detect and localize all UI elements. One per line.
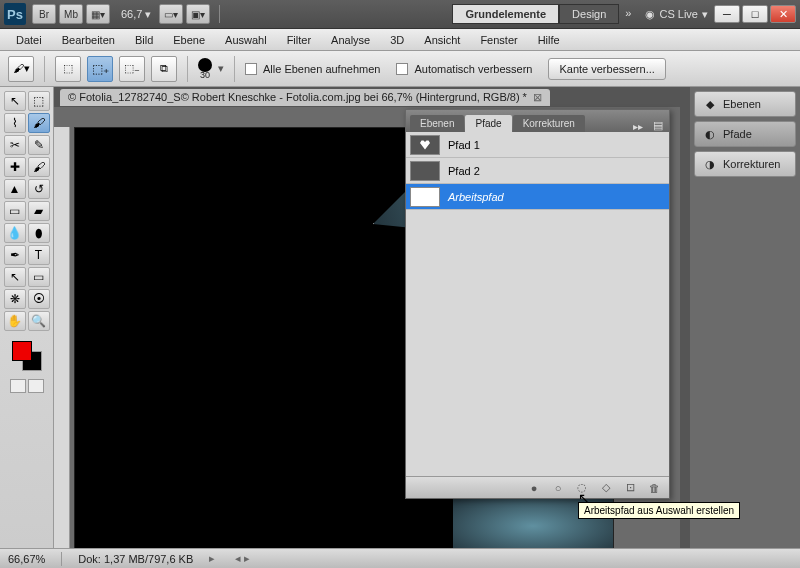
selection-add-button[interactable]: ⬚₊ bbox=[87, 56, 113, 82]
type-tool[interactable]: T bbox=[28, 245, 50, 265]
shape-tool[interactable]: ▭ bbox=[28, 267, 50, 287]
panel-button-ebenen[interactable]: ◆ Ebenen bbox=[694, 91, 796, 117]
zoom-tool[interactable]: 🔍 bbox=[28, 311, 50, 331]
selection-subtract-button[interactable]: ⬚₋ bbox=[119, 56, 145, 82]
tooltip: Arbeitspfad aus Auswahl erstellen bbox=[578, 502, 740, 519]
marquee-tool[interactable]: ⬚ bbox=[28, 91, 50, 111]
brush-tool[interactable]: 🖌 bbox=[28, 157, 50, 177]
view-extras-button[interactable]: ▦▾ bbox=[86, 4, 110, 24]
new-path-button[interactable]: ⊡ bbox=[623, 481, 637, 495]
adjustments-icon: ◑ bbox=[703, 157, 717, 171]
hand-tool[interactable]: ✋ bbox=[4, 311, 26, 331]
document-tab[interactable]: © Fotolia_12782740_S© Robert Kneschke - … bbox=[60, 89, 550, 106]
menu-filter[interactable]: Filter bbox=[277, 31, 321, 49]
zoom-value[interactable]: 66,7 bbox=[121, 8, 142, 20]
layers-icon: ◆ bbox=[703, 97, 717, 111]
eyedropper-tool[interactable]: ✎ bbox=[28, 135, 50, 155]
path-thumb bbox=[410, 135, 440, 155]
path-item[interactable]: Pfad 1 bbox=[406, 132, 669, 158]
selection-new-button[interactable]: ⬚ bbox=[55, 56, 81, 82]
panel-dock-collapsed[interactable] bbox=[680, 87, 690, 548]
edit-mode-standard[interactable] bbox=[10, 379, 26, 393]
close-tab-icon[interactable]: ⊠ bbox=[533, 91, 542, 104]
menu-analyse[interactable]: Analyse bbox=[321, 31, 380, 49]
move-tool[interactable]: ↖ bbox=[4, 91, 26, 111]
menu-ebene[interactable]: Ebene bbox=[163, 31, 215, 49]
path-thumb bbox=[410, 161, 440, 181]
healing-tool[interactable]: ✚ bbox=[4, 157, 26, 177]
minibridge-button[interactable]: Mb bbox=[59, 4, 83, 24]
history-brush-tool[interactable]: ↺ bbox=[28, 179, 50, 199]
stamp-tool[interactable]: ▲ bbox=[4, 179, 26, 199]
lasso-tool[interactable]: ⌇ bbox=[4, 113, 26, 133]
path-thumb bbox=[410, 187, 440, 207]
arrange-button[interactable]: ▭▾ bbox=[159, 4, 183, 24]
foreground-color[interactable] bbox=[12, 341, 32, 361]
crop-tool[interactable]: ✂ bbox=[4, 135, 26, 155]
3d-camera-tool[interactable]: ⦿ bbox=[28, 289, 50, 309]
menu-ansicht[interactable]: Ansicht bbox=[414, 31, 470, 49]
cslive-button[interactable]: ◉ CS Live ▾ bbox=[645, 8, 708, 21]
panel-tab-ebenen[interactable]: Ebenen bbox=[410, 115, 464, 132]
panel-tab-pfade[interactable]: Pfade bbox=[465, 115, 511, 132]
panel-button-pfade[interactable]: ◐ Pfade bbox=[694, 121, 796, 147]
screen-mode-button[interactable]: ▣▾ bbox=[186, 4, 210, 24]
menu-auswahl[interactable]: Auswahl bbox=[215, 31, 277, 49]
workspace-tab-grundelemente[interactable]: Grundelemente bbox=[452, 4, 559, 24]
maximize-button[interactable]: □ bbox=[742, 5, 768, 23]
selection-intersect-button[interactable]: ⧉ bbox=[151, 56, 177, 82]
blur-tool[interactable]: 💧 bbox=[4, 223, 26, 243]
color-swatches[interactable] bbox=[12, 341, 42, 371]
brush-preset[interactable]: 30 bbox=[198, 58, 212, 80]
eraser-tool[interactable]: ▭ bbox=[4, 201, 26, 221]
status-doc-info[interactable]: Dok: 1,37 MB/797,6 KB bbox=[78, 553, 193, 565]
toolbox: ↖⬚ ⌇🖌 ✂✎ ✚🖌 ▲↺ ▭▰ 💧⬮ ✒T ↖▭ ❋⦿ ✋🔍 bbox=[0, 87, 54, 548]
bridge-button[interactable]: Br bbox=[32, 4, 56, 24]
paths-icon: ◐ bbox=[703, 127, 717, 141]
3d-tool[interactable]: ❋ bbox=[4, 289, 26, 309]
cslive-icon: ◉ bbox=[645, 8, 655, 21]
close-button[interactable]: ✕ bbox=[770, 5, 796, 23]
tool-preset-button[interactable]: 🖌▾ bbox=[8, 56, 34, 82]
workspace-more-button[interactable]: » bbox=[619, 4, 637, 24]
sample-all-layers-checkbox[interactable] bbox=[245, 63, 257, 75]
fill-path-button[interactable]: ● bbox=[527, 481, 541, 495]
cursor-icon: ↖ bbox=[578, 490, 590, 506]
minimize-button[interactable]: ─ bbox=[714, 5, 740, 23]
ruler-vertical bbox=[54, 127, 70, 548]
auto-enhance-label: Automatisch verbessern bbox=[414, 63, 532, 75]
menu-bild[interactable]: Bild bbox=[125, 31, 163, 49]
panel-menu-button[interactable]: ▤ bbox=[647, 119, 669, 132]
menu-fenster[interactable]: Fenster bbox=[470, 31, 527, 49]
selection-to-path-button[interactable]: ◇ bbox=[599, 481, 613, 495]
menu-bearbeiten[interactable]: Bearbeiten bbox=[52, 31, 125, 49]
dodge-tool[interactable]: ⬮ bbox=[28, 223, 50, 243]
workspace-tab-design[interactable]: Design bbox=[559, 4, 619, 24]
path-select-tool[interactable]: ↖ bbox=[4, 267, 26, 287]
gradient-tool[interactable]: ▰ bbox=[28, 201, 50, 221]
quick-select-tool[interactable]: 🖌 bbox=[28, 113, 50, 133]
menu-datei[interactable]: Datei bbox=[6, 31, 52, 49]
pen-tool[interactable]: ✒ bbox=[4, 245, 26, 265]
edit-mode-quickmask[interactable] bbox=[28, 379, 44, 393]
paths-panel: Ebenen Pfade Korrekturen ▸▸ ▤ Pfad 1 Pfa… bbox=[405, 109, 670, 499]
menu-3d[interactable]: 3D bbox=[380, 31, 414, 49]
sample-all-layers-label: Alle Ebenen aufnehmen bbox=[263, 63, 380, 75]
delete-path-button[interactable]: 🗑 bbox=[647, 481, 661, 495]
path-item[interactable]: Pfad 2 bbox=[406, 158, 669, 184]
app-logo: Ps bbox=[4, 3, 26, 25]
panel-button-korrekturen[interactable]: ◑ Korrekturen bbox=[694, 151, 796, 177]
auto-enhance-checkbox[interactable] bbox=[396, 63, 408, 75]
path-item-selected[interactable]: Arbeitspfad bbox=[406, 184, 669, 210]
stroke-path-button[interactable]: ○ bbox=[551, 481, 565, 495]
panel-collapse-button[interactable]: ▸▸ bbox=[629, 121, 647, 132]
menu-hilfe[interactable]: Hilfe bbox=[528, 31, 570, 49]
panel-tab-korrekturen[interactable]: Korrekturen bbox=[513, 115, 585, 132]
status-zoom[interactable]: 66,67% bbox=[8, 553, 45, 565]
refine-edge-button[interactable]: Kante verbessern... bbox=[548, 58, 665, 80]
